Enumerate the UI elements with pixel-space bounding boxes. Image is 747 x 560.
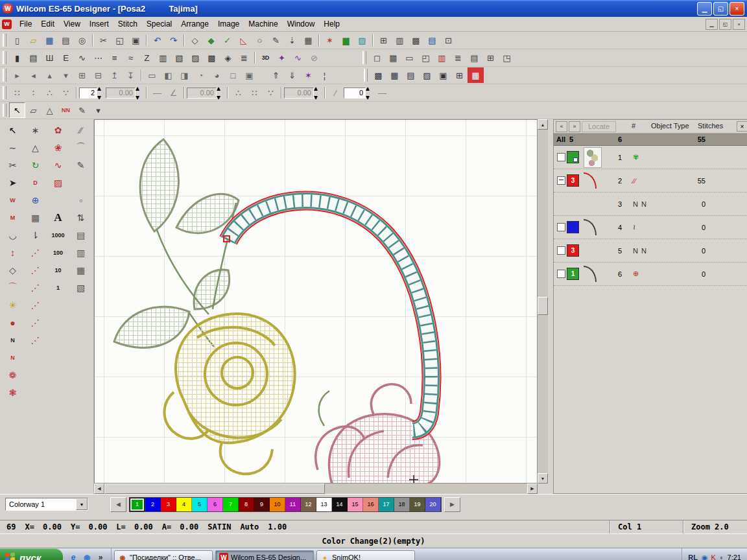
updown-tool[interactable]: ⇅ xyxy=(69,209,92,226)
menu-stitch[interactable]: Stitch xyxy=(113,18,142,30)
object-visibility-checkbox[interactable] xyxy=(557,270,565,278)
stitch-spacing-field-spinner[interactable]: ▴▾ xyxy=(97,84,104,102)
travel-color-icon[interactable]: ▦ xyxy=(468,67,484,83)
satin-stitch-icon[interactable]: ▮ xyxy=(9,50,25,65)
palette-swatch-8[interactable]: 8 xyxy=(239,498,254,511)
scroll-left-button[interactable]: ◀ xyxy=(94,484,104,494)
colorway-select[interactable]: Colorway 1 ▼ xyxy=(5,498,88,511)
freehand-tool[interactable]: ∼ xyxy=(1,139,24,156)
open-icon[interactable]: ▱ xyxy=(25,32,42,48)
stitch-length-field-spin-down[interactable]: ▾ xyxy=(136,93,143,102)
run-b-tool[interactable]: ⋰ xyxy=(24,262,47,279)
fancy-fill-icon[interactable]: ◈ xyxy=(220,50,236,65)
scatter-dots-icon[interactable]: ∴ xyxy=(42,85,58,100)
pen-box-tool[interactable]: ✎ xyxy=(69,157,92,174)
star-point-icon[interactable]: ✶ xyxy=(300,67,316,83)
normal-view-icon[interactable]: ◇ xyxy=(187,32,203,48)
object-color-swatch[interactable]: 1 xyxy=(567,268,579,280)
lattice-tool[interactable]: ▦ xyxy=(24,209,47,226)
palette-swatch-1[interactable]: 1 xyxy=(130,498,145,511)
contour-fill-icon[interactable]: ≣ xyxy=(236,50,252,65)
object-row-3[interactable]: 3N N0 xyxy=(554,192,747,216)
ungroup-icon[interactable]: ⊟ xyxy=(90,67,106,83)
close-button[interactable]: × xyxy=(729,2,744,16)
stitch-table-icon[interactable]: ▥ xyxy=(392,32,408,48)
print-icon[interactable]: ▤ xyxy=(58,32,74,48)
center-icon[interactable]: ▣ xyxy=(241,67,257,83)
zoom-1000-tool[interactable]: 1000 xyxy=(47,227,69,244)
dash-icon[interactable]: — xyxy=(149,85,165,100)
save-icon[interactable]: ▦ xyxy=(42,32,58,48)
grid-settings-icon[interactable]: ▦ xyxy=(385,50,401,65)
bulb-tool[interactable]: ✳ xyxy=(1,297,24,314)
start-button[interactable]: пуск xyxy=(0,548,63,560)
task-snimok[interactable]: ●SnimOK! xyxy=(316,550,415,560)
user-split-icon[interactable]: ▩ xyxy=(204,50,220,65)
new-icon[interactable]: ▯ xyxy=(9,32,25,48)
toolbar-grip[interactable] xyxy=(3,69,6,82)
pen-view-icon[interactable]: ✎ xyxy=(268,32,284,48)
object-row-2[interactable]: 32∕∕55 xyxy=(554,169,747,192)
zoom-1-tool[interactable]: 1 xyxy=(47,279,69,296)
pull-comp-field[interactable]: 0.00 xyxy=(187,88,217,99)
scroll-down-button[interactable]: ▼ xyxy=(538,473,548,484)
reshape-object-tool[interactable]: △ xyxy=(42,102,58,118)
scroll-right-button[interactable]: ▶ xyxy=(527,484,538,494)
menu-help[interactable]: Help xyxy=(319,18,344,30)
menu-file[interactable]: File xyxy=(15,18,36,30)
palette-swatch-5[interactable]: 5 xyxy=(192,498,208,511)
color-table-icon[interactable]: ▩ xyxy=(408,32,424,48)
overview-window-icon[interactable]: ◰ xyxy=(418,50,434,65)
zoom-100-tool[interactable]: 100 xyxy=(47,244,69,261)
angle-field-spin-down[interactable]: ▾ xyxy=(366,93,373,102)
vertical-scroll-thumb[interactable] xyxy=(538,297,548,315)
toolbar-grip[interactable] xyxy=(3,51,6,64)
pen-tool-dropdown[interactable]: ▾ xyxy=(90,102,106,118)
toolbar-grip[interactable] xyxy=(364,69,368,82)
tray-red-icon[interactable]: K xyxy=(711,554,716,560)
leaf-icon[interactable]: ✶ xyxy=(322,32,338,48)
tray-volume-icon[interactable]: ◖ xyxy=(719,554,724,560)
node-edit-tool[interactable]: ∗ xyxy=(24,122,47,139)
mdi-document-icon[interactable]: W xyxy=(2,19,12,29)
run-e-tool[interactable]: ⋰ xyxy=(24,314,47,331)
palette-swatch-16[interactable]: 16 xyxy=(363,498,379,511)
jump-tool[interactable]: N xyxy=(1,332,24,349)
print-preview-icon[interactable]: ◎ xyxy=(74,32,90,48)
stitch-list-icon[interactable]: ▤ xyxy=(466,50,482,65)
object-color-swatch[interactable]: 3 xyxy=(567,244,579,257)
zigzag-stitch-icon[interactable]: Ш xyxy=(42,50,58,65)
run-c-tool[interactable]: ⋰ xyxy=(24,279,47,296)
minimize-button[interactable]: ▁ xyxy=(697,2,712,16)
wave-effect-icon[interactable]: ∿ xyxy=(290,50,306,65)
pull-comp-field-spin-down[interactable]: ▾ xyxy=(217,93,224,102)
output-design-icon[interactable]: ◳ xyxy=(499,50,515,65)
mirror-v-icon[interactable]: ◨ xyxy=(176,67,193,83)
slant-icon[interactable]: ∕ xyxy=(327,85,344,100)
stitch-edit-tool[interactable]: NN xyxy=(58,102,74,118)
density-chart-icon[interactable]: ▆ xyxy=(338,32,354,48)
machine-functions-icon[interactable]: ⊞ xyxy=(482,50,499,65)
slow-redraw-icon[interactable]: ◺ xyxy=(235,32,252,48)
hatch-tool[interactable]: ∕∕ xyxy=(69,122,92,139)
flexi-split-icon[interactable]: ▨ xyxy=(187,50,204,65)
object-row-5[interactable]: 35N N0 xyxy=(554,239,747,262)
run-stitch-icon[interactable]: ⋯ xyxy=(90,50,106,65)
motif-run-icon[interactable]: ∿ xyxy=(74,50,90,65)
object-row-4[interactable]: 4≀0 xyxy=(554,216,747,239)
outline-view-icon[interactable]: ○ xyxy=(252,32,268,48)
grid-toggle-icon[interactable]: ▦ xyxy=(300,32,316,48)
flower-badge-tool[interactable]: ❁ xyxy=(1,367,24,384)
run-a-tool[interactable]: ⋰ xyxy=(24,244,47,261)
palette-swatch-3[interactable]: 3 xyxy=(161,498,176,511)
design-properties-icon[interactable]: ≣ xyxy=(450,50,466,65)
menu-special[interactable]: Special xyxy=(142,18,176,30)
palette-swatch-13[interactable]: 13 xyxy=(316,498,332,511)
object-row-1[interactable]: 1✾ xyxy=(554,146,747,169)
angle-field-spin-up[interactable]: ▴ xyxy=(366,84,373,93)
lettering-tool[interactable]: A xyxy=(47,209,69,226)
needle-point-icon[interactable]: ⇣ xyxy=(284,32,300,48)
scatter-b-icon[interactable]: ∷ xyxy=(246,85,263,100)
align-top-icon[interactable]: ▴ xyxy=(42,67,58,83)
lower-icon[interactable]: ↧ xyxy=(123,67,139,83)
